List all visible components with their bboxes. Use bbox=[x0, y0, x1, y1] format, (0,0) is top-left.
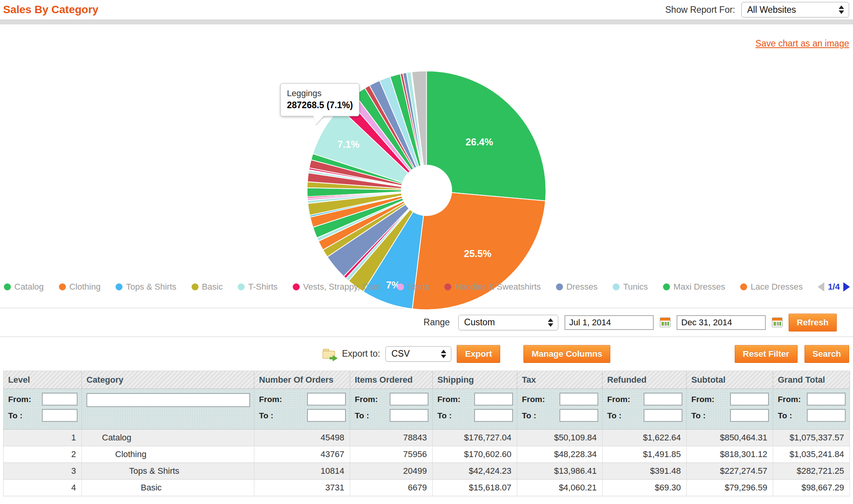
filter-tax-from-input[interactable] bbox=[559, 393, 598, 406]
reset-filter-button[interactable]: Reset Filter bbox=[735, 345, 798, 363]
legend-item: Basic bbox=[192, 282, 223, 292]
legend-item: Clothing bbox=[59, 282, 101, 292]
to-label: To : bbox=[778, 411, 792, 420]
legend-label: Tops & Shirts bbox=[126, 282, 176, 292]
cell-refunded: $391.48 bbox=[603, 463, 687, 480]
legend-item: Vests, Strappy, Cami bbox=[293, 282, 382, 292]
chart-legend: Catalog Clothing Tops & Shirts Basic T-S… bbox=[4, 282, 850, 292]
tooltip-pointer-icon bbox=[313, 116, 324, 125]
from-label: From: bbox=[355, 395, 378, 404]
range-type-select[interactable]: Custom bbox=[458, 315, 558, 330]
cell-items: 78843 bbox=[350, 430, 433, 446]
show-report-for-label: Show Report For: bbox=[665, 5, 735, 15]
column-header-items[interactable]: Items Ordered bbox=[350, 371, 433, 389]
cell-subtotal: $850,464.31 bbox=[687, 430, 773, 446]
legend-label: Maxi Dresses bbox=[673, 282, 725, 292]
column-header-shipping[interactable]: Shipping bbox=[433, 371, 517, 389]
filter-refunded-to-input[interactable] bbox=[644, 409, 682, 422]
filter-grand-total-to-input[interactable] bbox=[807, 409, 846, 422]
cell-grand-total: $98,667.29 bbox=[773, 480, 850, 496]
column-header-refunded[interactable]: Refunded bbox=[603, 371, 687, 389]
legend-prev-icon[interactable] bbox=[818, 282, 824, 292]
filter-level-from-input[interactable] bbox=[42, 393, 78, 406]
legend-dot-icon bbox=[444, 283, 451, 290]
cell-level: 4 bbox=[3, 480, 82, 496]
date-to-input[interactable] bbox=[677, 315, 766, 330]
calendar-icon[interactable] bbox=[660, 318, 670, 327]
table-row: 2 Clothing 43767 75956 $170,602.60 $48,2… bbox=[3, 446, 850, 463]
legend-label: Catalog bbox=[14, 282, 44, 292]
filter-orders-from-input[interactable] bbox=[307, 393, 346, 406]
legend-dot-icon bbox=[556, 283, 563, 290]
filter-subtotal-from-input[interactable] bbox=[730, 393, 769, 406]
filter-orders-to-input[interactable] bbox=[307, 409, 346, 422]
divider-band bbox=[0, 19, 853, 24]
to-label: To : bbox=[8, 411, 22, 420]
filter-category-input[interactable] bbox=[86, 393, 250, 407]
legend-page-indicator: 1/4 bbox=[828, 282, 840, 292]
cell-level: 2 bbox=[3, 446, 82, 463]
select-arrows-icon bbox=[548, 318, 553, 327]
filter-cell-orders: From: To : bbox=[254, 389, 350, 430]
to-label: To : bbox=[691, 411, 706, 420]
column-header-subtotal[interactable]: Subtotal bbox=[687, 371, 773, 389]
legend-label: Tunics bbox=[623, 282, 648, 292]
filter-shipping-to-input[interactable] bbox=[474, 409, 513, 422]
column-header-orders[interactable]: Number Of Orders bbox=[254, 371, 350, 389]
cell-shipping: $15,618.07 bbox=[433, 480, 517, 496]
to-label: To : bbox=[355, 411, 369, 420]
filter-tax-to-input[interactable] bbox=[559, 409, 598, 422]
column-header-grand-total[interactable]: Grand Total bbox=[773, 371, 850, 389]
legend-dot-icon bbox=[192, 283, 199, 290]
cell-level: 3 bbox=[3, 463, 82, 480]
legend-item: Shirts bbox=[397, 282, 429, 292]
legend-dot-icon bbox=[293, 283, 300, 290]
filter-shipping-from-input[interactable] bbox=[474, 393, 513, 406]
calendar-icon[interactable] bbox=[772, 318, 782, 327]
refresh-button[interactable]: Refresh bbox=[789, 314, 837, 331]
legend-item: Dresses bbox=[556, 282, 598, 292]
cell-grand-total: $282,721.25 bbox=[773, 463, 850, 480]
filter-items-from-input[interactable] bbox=[390, 393, 428, 406]
cell-subtotal: $818,301.12 bbox=[687, 446, 773, 463]
cell-items: 6679 bbox=[350, 480, 433, 496]
filter-cell-shipping: From: To : bbox=[433, 389, 517, 430]
filter-items-to-input[interactable] bbox=[390, 409, 428, 422]
date-from-input[interactable] bbox=[565, 315, 654, 330]
chart-area: Save chart as an image 26.4%25.5%7%7.1% … bbox=[0, 24, 853, 308]
svg-text:7.1%: 7.1% bbox=[337, 139, 359, 150]
legend-next-icon[interactable] bbox=[843, 282, 850, 292]
filter-grand-total-from-input[interactable] bbox=[807, 393, 846, 406]
filter-refunded-from-input[interactable] bbox=[644, 393, 682, 406]
search-button[interactable]: Search bbox=[805, 345, 849, 363]
export-bar: Export to: CSV Export Manage Columns Res… bbox=[0, 337, 853, 371]
legend-dot-icon bbox=[397, 283, 404, 290]
cell-category: Basic bbox=[82, 480, 254, 496]
filter-cell-subtotal: From: To : bbox=[687, 389, 773, 430]
cell-tax: $13,986.41 bbox=[517, 463, 603, 480]
legend-pager: 1/4 bbox=[818, 282, 850, 292]
filter-cell-category bbox=[82, 389, 254, 430]
filter-cell-grand-total: From: To : bbox=[773, 389, 850, 430]
manage-columns-button[interactable]: Manage Columns bbox=[523, 345, 610, 363]
website-selector[interactable]: All Websites bbox=[741, 2, 849, 17]
column-header-level[interactable]: Level bbox=[3, 371, 82, 389]
filter-level-to-input[interactable] bbox=[42, 409, 78, 422]
export-button[interactable]: Export bbox=[457, 345, 500, 363]
export-format-select[interactable]: CSV bbox=[385, 346, 451, 362]
cell-category: Tops & Shirts bbox=[82, 463, 254, 480]
cell-subtotal: $79,296.59 bbox=[687, 480, 773, 496]
legend-item: T-Shirts bbox=[238, 282, 278, 292]
save-chart-link[interactable]: Save chart as an image bbox=[755, 38, 849, 49]
to-label: To : bbox=[607, 411, 622, 420]
grid-header-row: Level Category Number Of Orders Items Or… bbox=[3, 371, 850, 389]
range-type-value: Custom bbox=[464, 317, 495, 328]
svg-text:25.5%: 25.5% bbox=[464, 248, 492, 259]
filter-subtotal-to-input[interactable] bbox=[730, 409, 769, 422]
cell-shipping: $170,602.60 bbox=[433, 446, 517, 463]
column-header-category[interactable]: Category bbox=[82, 371, 254, 389]
report-grid: Level Category Number Of Orders Items Or… bbox=[3, 371, 850, 496]
legend-label: Lace Dresses bbox=[751, 282, 803, 292]
column-header-tax[interactable]: Tax bbox=[517, 371, 603, 389]
cell-shipping: $42,424.23 bbox=[433, 463, 517, 480]
